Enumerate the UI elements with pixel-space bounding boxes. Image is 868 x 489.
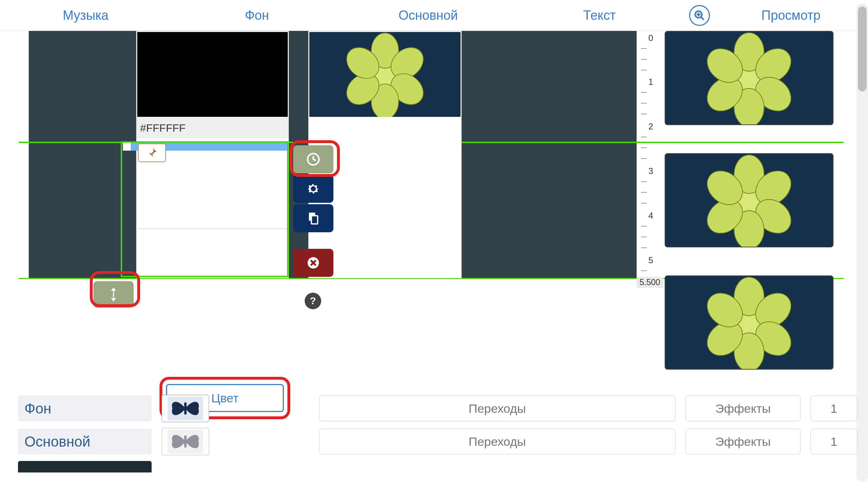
preview-frame-3[interactable] bbox=[665, 275, 834, 370]
tab-text[interactable]: Текст bbox=[514, 8, 685, 23]
clock-icon bbox=[306, 152, 321, 167]
effects-count-main[interactable] bbox=[811, 429, 857, 454]
ruler-tick-1: 1 bbox=[639, 77, 653, 87]
timeline-area: #FFFFFF bbox=[0, 31, 868, 390]
tab-main[interactable]: Основной bbox=[342, 8, 514, 23]
ruler-tick-2: 2 bbox=[639, 122, 653, 132]
gear-icon bbox=[306, 181, 321, 196]
help-button[interactable]: ? bbox=[305, 293, 321, 309]
pin-icon bbox=[146, 147, 158, 159]
copy-icon bbox=[306, 211, 321, 226]
transition-select-main[interactable] bbox=[319, 429, 675, 454]
svg-rect-43 bbox=[184, 436, 187, 448]
ruler-tick-4: 4 bbox=[639, 211, 653, 221]
layer-thumbnail-main[interactable] bbox=[162, 428, 209, 455]
ruler-end-time: 5.500 bbox=[637, 277, 663, 288]
settings-button[interactable] bbox=[293, 175, 333, 203]
svg-line-1 bbox=[701, 17, 704, 20]
layer-row-collapsed[interactable] bbox=[18, 461, 152, 472]
svg-rect-41 bbox=[184, 403, 187, 415]
clip-tool-column: ? bbox=[293, 145, 342, 309]
stretch-vertical-icon bbox=[107, 286, 120, 303]
layer-row-main: Основной bbox=[18, 425, 857, 458]
layer-panel: Фон Основной bbox=[18, 392, 857, 472]
tab-background[interactable]: Фон bbox=[171, 8, 343, 23]
svg-rect-14 bbox=[311, 216, 318, 224]
pin-button[interactable] bbox=[138, 143, 166, 162]
background-clip[interactable]: #FFFFFF bbox=[136, 31, 289, 278]
copy-button[interactable] bbox=[293, 204, 333, 232]
preview-frame-1[interactable] bbox=[665, 31, 834, 125]
zoom-in-icon bbox=[694, 10, 705, 21]
help-icon: ? bbox=[310, 295, 316, 307]
layer-thumbnail-background[interactable] bbox=[162, 395, 209, 422]
layer-row-background: Фон bbox=[18, 392, 857, 425]
delete-button[interactable] bbox=[293, 249, 333, 277]
layer-label-background[interactable]: Фон bbox=[18, 396, 152, 421]
effects-select-main[interactable] bbox=[685, 429, 800, 454]
ruler-tick-5: 5 bbox=[639, 255, 653, 265]
effects-count-background[interactable] bbox=[811, 396, 857, 421]
main-clip-thumbnail bbox=[309, 32, 461, 117]
header-tabs: Музыка Фон Основной Текст Просмотр bbox=[0, 0, 868, 31]
transition-select-background[interactable] bbox=[319, 396, 675, 421]
zoom-in-button[interactable] bbox=[689, 5, 710, 26]
stretch-button[interactable] bbox=[93, 281, 134, 308]
ruler-tick-3: 3 bbox=[639, 166, 653, 176]
background-color-swatch bbox=[137, 32, 288, 117]
preview-column bbox=[665, 31, 834, 398]
tab-music[interactable]: Музыка bbox=[0, 8, 171, 23]
ruler-tick-0: 0 bbox=[639, 33, 653, 43]
effects-select-background[interactable] bbox=[685, 396, 800, 421]
layer-label-main[interactable]: Основной bbox=[18, 429, 152, 454]
background-hex-label: #FFFFFF bbox=[137, 118, 288, 138]
clip-divider bbox=[138, 228, 287, 229]
duration-button[interactable] bbox=[293, 145, 333, 173]
tab-preview[interactable]: Просмотр bbox=[714, 8, 868, 23]
time-ruler: 0 1 2 3 4 5 5.500 bbox=[639, 31, 660, 311]
delete-icon bbox=[306, 255, 321, 270]
preview-frame-2[interactable] bbox=[665, 153, 834, 247]
